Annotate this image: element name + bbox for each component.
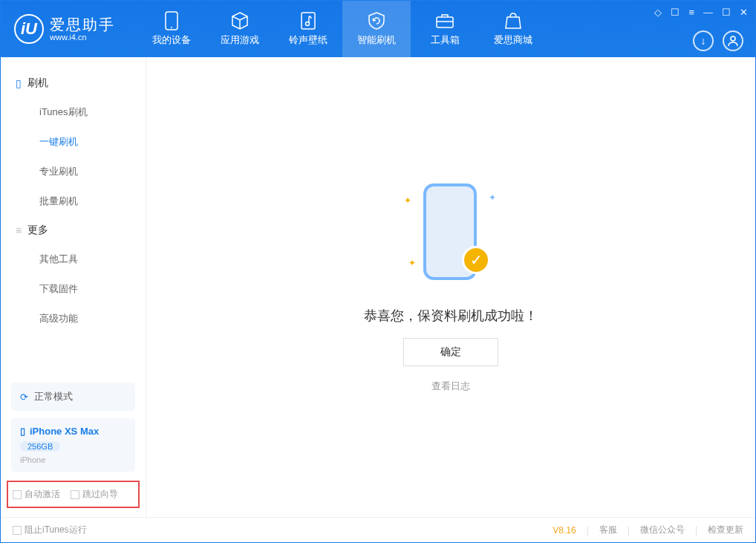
svg-point-1 <box>171 27 172 28</box>
logo-text: 爱思助手 www.i4.cn <box>50 16 115 42</box>
user-button[interactable] <box>723 30 743 51</box>
separator: | <box>587 525 589 536</box>
device-name: iPhone XS Max <box>30 426 99 437</box>
sidebar-group-flash: ▯ 刷机 <box>1 69 146 97</box>
sidebar-item-advanced[interactable]: 高级功能 <box>1 304 146 334</box>
feedback-icon[interactable]: ☐ <box>671 7 680 18</box>
footer-left: 阻止iTunes运行 <box>13 524 87 536</box>
phone-icon: ▯ <box>16 77 22 89</box>
window-controls: ◇ ☐ ≡ — ☐ ✕ <box>654 7 748 18</box>
close-button[interactable]: ✕ <box>740 7 748 18</box>
sidebar-group-label: 刷机 <box>27 77 48 90</box>
maximize-button[interactable]: ☐ <box>722 7 731 18</box>
sidebar-item-oneclick-flash[interactable]: 一键刷机 <box>1 127 146 157</box>
tab-toolbox[interactable]: 工具箱 <box>411 1 479 57</box>
checkbox-block-itunes[interactable]: 阻止iTunes运行 <box>13 524 87 536</box>
header-right-actions: ↓ <box>693 30 743 51</box>
checkbox-label: 阻止iTunes运行 <box>25 524 87 536</box>
footer: 阻止iTunes运行 V8.16 | 客服 | 微信公众号 | 检查更新 <box>1 517 755 542</box>
ok-button[interactable]: 确定 <box>403 338 498 366</box>
svg-point-3 <box>306 22 310 26</box>
sidebar-item-other-tools[interactable]: 其他工具 <box>1 244 146 274</box>
success-illustration: ✦ ✦ ✦ ✓ <box>403 182 499 293</box>
tab-label: 应用游戏 <box>221 33 259 47</box>
tab-smart-flash[interactable]: 智能刷机 <box>342 1 411 57</box>
logo: iU 爱思助手 www.i4.cn <box>14 14 115 44</box>
mode-label: 正常模式 <box>34 390 73 403</box>
app-window: iU 爱思助手 www.i4.cn 我的设备 应用游戏 铃声壁纸 智能刷机 <box>0 0 756 543</box>
tab-label: 工具箱 <box>431 33 460 47</box>
sidebar-item-itunes-flash[interactable]: iTunes刷机 <box>1 97 146 127</box>
check-badge-icon: ✓ <box>462 246 490 274</box>
shield-refresh-icon <box>367 11 386 30</box>
cube-icon <box>230 11 250 30</box>
app-name: 爱思助手 <box>50 16 115 33</box>
sidebar-item-batch-flash[interactable]: 批量刷机 <box>1 186 146 216</box>
svg-rect-4 <box>437 17 453 27</box>
tab-label: 智能刷机 <box>357 33 396 47</box>
spark-icon: ✦ <box>489 192 496 203</box>
skin-icon[interactable]: ◇ <box>654 7 662 18</box>
body: ▯ 刷机 iTunes刷机 一键刷机 专业刷机 批量刷机 ≡ 更多 其他工具 下… <box>1 57 755 517</box>
device-box[interactable]: ▯ iPhone XS Max 256GB iPhone <box>11 418 135 472</box>
music-icon <box>299 11 318 30</box>
tab-label: 铃声壁纸 <box>289 33 328 47</box>
minimize-button[interactable]: — <box>703 7 713 18</box>
svg-point-5 <box>731 36 735 41</box>
success-text: 恭喜您，保资料刷机成功啦！ <box>364 307 538 325</box>
device-name-row: ▯ iPhone XS Max <box>20 426 126 437</box>
logo-icon: iU <box>14 14 44 44</box>
sidebar-group-more: ≡ 更多 <box>1 216 146 244</box>
download-button[interactable]: ↓ <box>693 30 714 51</box>
checkbox-icon <box>13 490 22 499</box>
app-subtitle: www.i4.cn <box>50 33 115 42</box>
device-phone-icon: ▯ <box>20 426 25 437</box>
tab-label: 我的设备 <box>152 33 191 47</box>
title-bar: iU 爱思助手 www.i4.cn 我的设备 应用游戏 铃声壁纸 智能刷机 <box>1 1 755 57</box>
spark-icon: ✦ <box>404 195 411 206</box>
device-capacity: 256GB <box>20 441 60 452</box>
checkbox-label: 跳过向导 <box>82 488 118 501</box>
mode-box[interactable]: ⟳ 正常模式 <box>11 383 135 411</box>
separator: | <box>695 525 697 536</box>
separator: | <box>628 525 630 536</box>
device-type: iPhone <box>20 455 126 464</box>
main-content: ✦ ✦ ✦ ✓ 恭喜您，保资料刷机成功啦！ 确定 查看日志 <box>146 57 755 517</box>
footer-link-support[interactable]: 客服 <box>599 524 617 536</box>
checkbox-icon <box>13 526 22 535</box>
view-log-link[interactable]: 查看日志 <box>431 380 470 393</box>
mode-icon: ⟳ <box>20 391 28 403</box>
checkbox-skip-guide[interactable]: 跳过向导 <box>71 488 118 501</box>
toolbox-icon <box>435 11 454 30</box>
spark-icon: ✦ <box>408 258 416 268</box>
tab-label: 爱思商城 <box>494 33 532 47</box>
footer-right: V8.16 | 客服 | 微信公众号 | 检查更新 <box>553 524 743 536</box>
checkbox-auto-activate[interactable]: 自动激活 <box>13 488 60 501</box>
tab-store[interactable]: 爱思商城 <box>479 1 547 57</box>
footer-link-wechat[interactable]: 微信公众号 <box>640 524 685 536</box>
tab-ringtones-wallpapers[interactable]: 铃声壁纸 <box>274 1 342 57</box>
version-label: V8.16 <box>553 525 576 536</box>
nav-tabs: 我的设备 应用游戏 铃声壁纸 智能刷机 工具箱 爱思商城 <box>137 1 547 57</box>
bag-icon <box>504 11 523 30</box>
device-icon <box>162 11 181 30</box>
sidebar-group-label: 更多 <box>27 224 48 237</box>
sidebar-item-download-firmware[interactable]: 下载固件 <box>1 274 146 304</box>
options-row: 自动激活 跳过向导 <box>7 481 140 508</box>
sidebar-item-pro-flash[interactable]: 专业刷机 <box>1 157 146 186</box>
svg-rect-2 <box>302 13 315 29</box>
menu-icon[interactable]: ≡ <box>688 7 694 18</box>
sidebar: ▯ 刷机 iTunes刷机 一键刷机 专业刷机 批量刷机 ≡ 更多 其他工具 下… <box>1 57 146 517</box>
checkbox-icon <box>71 490 79 499</box>
tab-my-device[interactable]: 我的设备 <box>137 1 206 57</box>
checkbox-label: 自动激活 <box>25 488 60 501</box>
list-icon: ≡ <box>16 224 22 236</box>
tab-apps-games[interactable]: 应用游戏 <box>206 1 274 57</box>
footer-link-update[interactable]: 检查更新 <box>708 524 743 536</box>
